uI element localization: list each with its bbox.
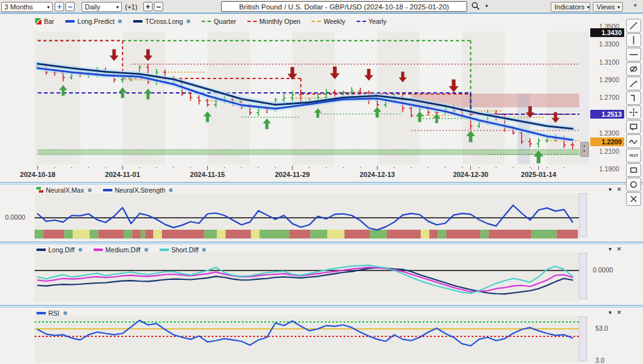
circle-tool-button[interactable] xyxy=(626,178,641,191)
panel-close-button[interactable]: ✕ xyxy=(617,186,622,193)
panel-collapse-button[interactable]: ▾ xyxy=(608,186,612,193)
range-zoom-out-button[interactable]: − xyxy=(65,2,75,11)
panel-collapse-button[interactable]: ▾ xyxy=(608,245,612,252)
svg-text:TEXT: TEXT xyxy=(629,154,639,158)
drawing-toolbar: TEXT xyxy=(626,19,641,206)
vertical-line-icon xyxy=(629,35,639,45)
legend-info-dot-icon xyxy=(202,248,206,252)
legend-item-yearly[interactable]: Yearly xyxy=(357,18,387,25)
legend-item-bar[interactable]: Bar xyxy=(35,18,54,25)
close-tool-button[interactable] xyxy=(626,192,641,206)
top-toolbar: 3 Months ▾ + − Daily ▾ (+1) + − British … xyxy=(0,0,643,14)
panel-separator[interactable] xyxy=(0,182,643,185)
price-badge-black: 1.3430 xyxy=(590,28,624,37)
legend-item-long-diff[interactable]: Long.Diff xyxy=(36,246,82,254)
range-select-value: 3 Months xyxy=(4,3,33,11)
legend-info-dot-icon xyxy=(88,188,92,192)
legend-item-monthly-open[interactable]: Monthly Open xyxy=(247,18,300,25)
price-chart-svg[interactable]: 2024-10-182024-11-012024-11-152024-11-29… xyxy=(0,15,643,182)
legend-info-dot-icon xyxy=(144,248,148,252)
panel-scroll-strip[interactable] xyxy=(579,253,587,299)
chevron-down-icon: ▾ xyxy=(587,4,590,10)
legend-label: Monthly Open xyxy=(259,18,300,25)
long-diff-swatch xyxy=(36,249,46,251)
rsi-mid-label: 53.0 xyxy=(595,324,608,332)
date-label: 2024-11-29 xyxy=(275,171,310,178)
price-badge-orange: 1.2200 xyxy=(590,137,624,146)
bar-swatch xyxy=(35,18,41,24)
legend-label: Bar xyxy=(44,18,54,25)
text-tool-button[interactable]: TEXT xyxy=(626,149,641,163)
pen-tool-button[interactable] xyxy=(626,77,641,90)
panel-close-button[interactable]: ✕ xyxy=(617,309,622,316)
ellipse-tool-button[interactable] xyxy=(626,62,641,76)
price-legend: BarLong.PredictTCross.LongQuarterMonthly… xyxy=(35,18,386,25)
neuralx-legend: NeuralX.MaxNeuralX.Strength xyxy=(36,186,173,194)
crosshair-tool-button[interactable] xyxy=(626,105,641,119)
panel-scroll-strip[interactable] xyxy=(579,316,587,361)
price-tick-label: 1.3300 xyxy=(590,40,619,48)
panel-separator[interactable] xyxy=(0,305,643,308)
tcross-long-swatch xyxy=(133,20,143,23)
legend-item-rsi[interactable]: RSI xyxy=(36,309,67,317)
callout-tool-button[interactable] xyxy=(626,120,641,134)
horizontal-line-tool-button[interactable] xyxy=(626,48,641,62)
price-tick-label: 1.1900 xyxy=(590,165,619,173)
interval-select[interactable]: Daily ▾ xyxy=(82,2,122,12)
range-zoom-in-button[interactable]: + xyxy=(55,2,64,11)
legend-item-neuralx-max[interactable]: NeuralX.Max xyxy=(36,186,92,194)
long-predict-swatch xyxy=(65,20,75,23)
monthly-open-swatch xyxy=(247,21,257,22)
diff-zero-label: 0.0000 xyxy=(593,266,613,274)
panel-collapse-button[interactable]: ▾ xyxy=(608,309,612,316)
legend-label: NeuralX.Max xyxy=(46,186,84,194)
panel-controls: ▾ ✕ xyxy=(608,245,622,252)
angle-icon xyxy=(629,93,639,103)
rsi-chart-svg[interactable] xyxy=(0,308,643,364)
diff-panel: Long.DiffMedium.DiffShort.Diff 0.0000 ▾ … xyxy=(0,244,643,305)
rectangle-icon xyxy=(629,165,639,175)
price-panel: 2024-10-182024-11-012024-11-152024-11-29… xyxy=(0,15,643,182)
symbol-title-box[interactable]: British Pound / U.S. Dollar - GBP/USD (2… xyxy=(221,1,467,12)
panel-close-button[interactable]: ✕ xyxy=(617,245,622,252)
neuralx-max-band xyxy=(35,230,578,238)
angle-tool-button[interactable] xyxy=(626,91,641,105)
rsi-swatch xyxy=(36,312,46,314)
panel-separator[interactable] xyxy=(0,242,643,244)
legend-item-neuralx-strength[interactable]: NeuralX.Strength xyxy=(103,186,173,194)
circle-icon xyxy=(629,179,639,190)
bars-minus-button[interactable]: − xyxy=(154,2,163,11)
panel-scroll-strip[interactable] xyxy=(579,193,587,237)
legend-item-short-diff[interactable]: Short.Diff xyxy=(159,246,207,254)
range-select[interactable]: 3 Months ▾ xyxy=(1,2,53,12)
close-icon xyxy=(629,194,639,204)
axis-drag-handle-icon[interactable] xyxy=(580,142,589,157)
diff-legend: Long.DiffMedium.DiffShort.Diff xyxy=(36,246,206,254)
bars-plus-button[interactable]: + xyxy=(143,2,153,11)
legend-item-long-predict[interactable]: Long.Predict xyxy=(65,18,122,25)
legend-item-medium-diff[interactable]: Medium.Diff xyxy=(94,246,148,254)
pen-icon xyxy=(629,78,639,88)
rectangle-tool-button[interactable] xyxy=(626,163,641,177)
date-axis: 2024-10-182024-11-012024-11-152024-11-29… xyxy=(20,166,565,178)
callout-icon xyxy=(629,122,639,132)
legend-label: Long.Diff xyxy=(48,246,75,254)
chevron-down-icon: ▾ xyxy=(116,4,119,10)
charting-app: 3 Months ▾ + − Daily ▾ (+1) + − British … xyxy=(0,0,643,364)
search-caret chevron-down-icon[interactable]: ▾ xyxy=(485,3,488,9)
vertical-line-tool-button[interactable] xyxy=(626,33,641,47)
legend-item-quarter[interactable]: Quarter xyxy=(202,18,236,25)
search-icon[interactable] xyxy=(471,1,480,11)
wave-icon xyxy=(629,136,639,146)
wave-tool-button[interactable] xyxy=(626,134,641,148)
legend-item-tcross-long[interactable]: TCross.Long xyxy=(133,18,190,25)
short-diff-swatch xyxy=(159,249,169,251)
diagonal-line-tool-button[interactable] xyxy=(626,19,641,33)
views-button[interactable]: Views ▾ xyxy=(593,2,623,12)
date-label: 2024-12-30 xyxy=(453,171,488,178)
weekly-swatch xyxy=(311,21,321,22)
indicators-button[interactable]: Indicators ▾ xyxy=(551,2,590,12)
legend-info-dot-icon xyxy=(78,248,82,252)
favorite-star-icon[interactable]: * xyxy=(634,2,637,11)
legend-item-weekly[interactable]: Weekly xyxy=(311,18,345,25)
